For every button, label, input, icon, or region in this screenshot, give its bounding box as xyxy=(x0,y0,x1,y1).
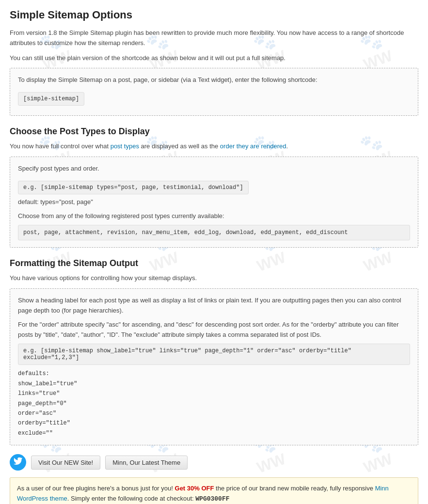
available-post-types: post, page, attachment, revision, nav_me… xyxy=(18,225,410,240)
intro-paragraph-1: From version 1.8 the Simple Sitemap plug… xyxy=(10,28,418,48)
section1-title: Choose the Post Types to Display xyxy=(10,126,418,137)
order-link[interactable]: order they are rendered xyxy=(220,142,286,150)
promo-text2: the price of our brand new mobile ready,… xyxy=(216,485,373,492)
latest-theme-button[interactable]: Minn, Our Latest Theme xyxy=(105,456,188,470)
section2-para1: Show a heading label for each post type … xyxy=(18,296,410,316)
section1-box: Specify post types and order. e.g. [simp… xyxy=(10,157,418,248)
post-types-link[interactable]: post types xyxy=(111,142,139,150)
section1-choose: Choose from any of the following registe… xyxy=(18,211,410,221)
shortcode-code: [simple-sitemap] xyxy=(18,92,84,106)
twitter-icon[interactable] xyxy=(10,454,26,471)
section1-default: default: types="post, page" xyxy=(18,197,410,207)
promo-highlight: Get 30% OFF xyxy=(175,485,214,492)
section2-title: Formatting the Sitemap Output xyxy=(10,258,418,268)
section1-example: e.g. [simple-sitemap types="post, page, … xyxy=(18,181,249,194)
specify-label: Specify post types and order. xyxy=(18,164,410,174)
promo-box: As a user of our free plugins here's a b… xyxy=(10,477,418,504)
bottom-buttons-area: Visit Our NEW Site! Minn, Our Latest The… xyxy=(10,454,418,471)
promo-text3: . Simply enter the following code at che… xyxy=(67,495,195,502)
page-title: Simple Sitemap Options xyxy=(10,9,418,21)
section2-example: e.g. [simple-sitemap show_label="true" l… xyxy=(18,344,410,365)
section2-para2: For the "order" attribute specify "asc" … xyxy=(18,320,410,340)
section2-intro: You have various options for controlling… xyxy=(10,273,418,284)
defaults-label: defaults: xyxy=(18,370,49,377)
promo-code: WPG0300FF xyxy=(195,495,229,503)
shortcode-description: To display the Simple Sitemap on a post,… xyxy=(18,75,410,85)
section2-defaults: defaults: show_label="true" links="true"… xyxy=(18,369,410,438)
promo-text1: As a user of our free plugins here's a b… xyxy=(17,485,173,492)
defaults-values: show_label="true" links="true" page_dept… xyxy=(18,380,77,437)
shortcode-box: To display the Simple Sitemap on a post,… xyxy=(10,68,418,116)
section2-box: Show a heading label for each post type … xyxy=(10,288,418,445)
section1-intro: You now have full control over what post… xyxy=(10,142,418,152)
intro-paragraph-2: You can still use the plain version of t… xyxy=(10,53,418,63)
visit-site-button[interactable]: Visit Our NEW Site! xyxy=(31,456,100,470)
